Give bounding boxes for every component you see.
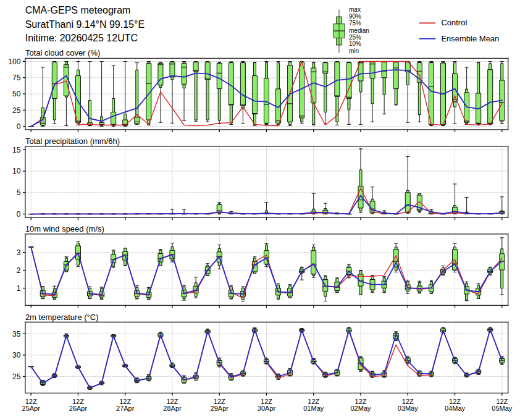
svg-text:SuratThani 9.14°N 99.15°E: SuratThani 9.14°N 99.15°E: [25, 19, 145, 30]
svg-text:25Apr: 25Apr: [22, 405, 41, 412]
svg-text:5: 5: [17, 188, 21, 197]
svg-text:10: 10: [12, 167, 21, 175]
svg-text:01May: 01May: [303, 405, 324, 412]
svg-text:min: min: [349, 48, 359, 54]
svg-text:0: 0: [17, 210, 21, 219]
svg-text:0: 0: [17, 122, 21, 131]
svg-text:03May: 03May: [398, 405, 419, 412]
svg-text:30: 30: [12, 351, 21, 359]
svg-text:Total precipitation (mm/6h): Total precipitation (mm/6h): [25, 136, 120, 146]
svg-text:30Apr: 30Apr: [258, 405, 276, 412]
svg-text:10%: 10%: [349, 40, 361, 47]
svg-text:Initime: 20260425 12UTC: Initime: 20260425 12UTC: [25, 33, 138, 43]
svg-text:05May: 05May: [492, 405, 513, 412]
svg-text:25: 25: [12, 106, 21, 115]
svg-text:75: 75: [12, 74, 21, 82]
svg-text:2: 2: [17, 266, 21, 275]
svg-text:1: 1: [17, 284, 21, 293]
svg-text:29Apr: 29Apr: [211, 405, 229, 412]
svg-text:02May: 02May: [351, 405, 372, 412]
svg-text:100: 100: [8, 57, 20, 66]
svg-text:27Apr: 27Apr: [116, 405, 135, 412]
svg-text:CMA-GEPS meteogram: CMA-GEPS meteogram: [25, 5, 131, 15]
svg-text:25: 25: [12, 372, 21, 381]
svg-text:2m temperature (°C): 2m temperature (°C): [25, 313, 99, 322]
svg-text:15: 15: [12, 146, 21, 154]
svg-text:Control: Control: [441, 18, 467, 27]
svg-text:median: median: [349, 27, 369, 34]
svg-text:3: 3: [17, 248, 21, 257]
svg-text:Total cloud cover (%): Total cloud cover (%): [25, 48, 100, 57]
svg-text:35: 35: [12, 330, 21, 338]
svg-text:26Apr: 26Apr: [69, 405, 88, 412]
svg-text:max: max: [349, 6, 361, 13]
svg-text:75%: 75%: [349, 20, 361, 27]
svg-text:04May: 04May: [445, 405, 466, 412]
svg-text:50: 50: [12, 90, 21, 98]
svg-text:90%: 90%: [349, 13, 361, 20]
svg-text:28Apr: 28Apr: [163, 405, 182, 412]
svg-text:Ensemble Mean: Ensemble Mean: [441, 34, 499, 43]
svg-text:10m wind speed (m/s): 10m wind speed (m/s): [25, 224, 104, 233]
